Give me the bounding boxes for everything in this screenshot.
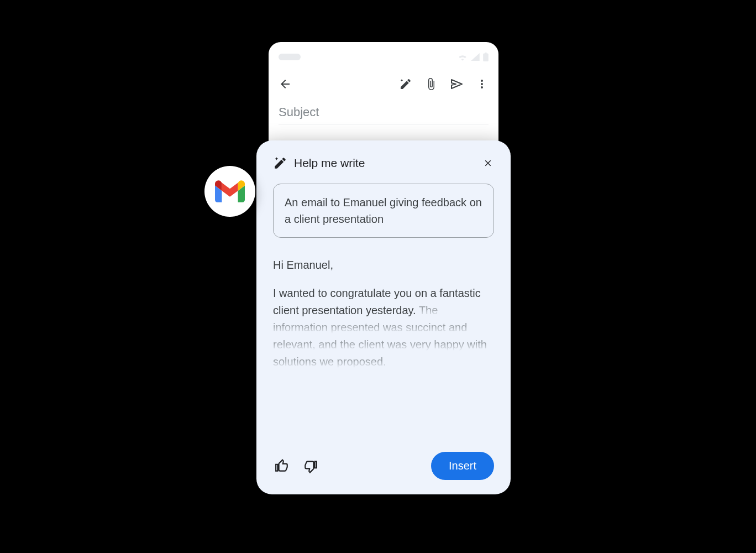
generated-output: Hi Emanuel, I wanted to congratulate you… (273, 257, 494, 442)
back-arrow-icon[interactable] (279, 77, 292, 91)
help-me-write-panel: Help me write An email to Emanuel giving… (256, 140, 511, 494)
signal-icon (471, 53, 480, 61)
battery-icon (483, 53, 489, 61)
status-pill (279, 54, 301, 60)
close-button[interactable] (482, 157, 494, 169)
sparkle-pen-icon (273, 156, 287, 170)
send-icon[interactable] (450, 77, 463, 91)
thumbs-down-button[interactable] (302, 457, 319, 475)
generated-body-1: I wanted to congratulate you on a fantas… (273, 287, 481, 316)
subject-input[interactable] (279, 105, 489, 119)
compose-window (269, 42, 498, 153)
wifi-icon (458, 53, 468, 61)
close-icon (483, 158, 493, 168)
magic-pen-icon[interactable] (399, 77, 412, 91)
gmail-icon (215, 180, 245, 202)
thumbs-down-icon (303, 459, 318, 473)
panel-title: Help me write (294, 156, 365, 170)
attachment-icon[interactable] (424, 77, 438, 91)
compose-toolbar (279, 73, 489, 95)
thumbs-up-button[interactable] (273, 457, 291, 475)
gmail-logo-badge (204, 166, 255, 217)
prompt-input[interactable]: An email to Emanuel giving feedback on a… (273, 184, 494, 238)
subject-field-wrap (279, 105, 489, 124)
more-icon[interactable] (475, 77, 489, 91)
status-bar (279, 51, 489, 63)
generated-greeting: Hi Emanuel, (273, 257, 494, 274)
insert-button[interactable]: Insert (431, 452, 494, 480)
thumbs-up-icon (275, 459, 289, 473)
